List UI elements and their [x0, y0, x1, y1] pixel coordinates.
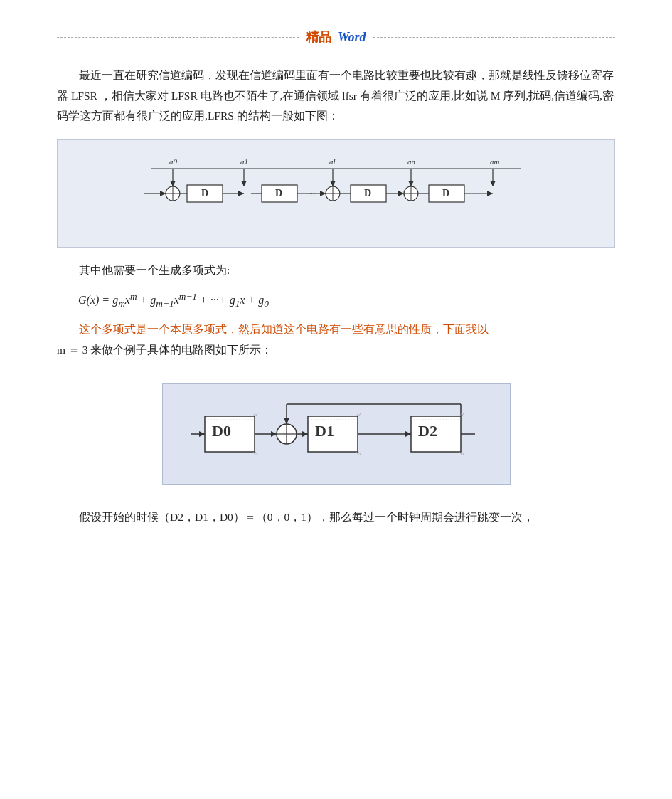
- svg-marker-35: [238, 191, 244, 196]
- diagram-lfsr-general: a0 a1 al an am: [57, 139, 615, 248]
- svg-text:···: ···: [308, 189, 316, 199]
- header-prefix: 精品: [306, 30, 331, 44]
- paragraph-1: 最近一直在研究信道编码，发现在信道编码里面有一个电路比较重要也比较有趣，那就是线…: [57, 65, 615, 127]
- svg-marker-6: [241, 181, 247, 186]
- svg-marker-9: [330, 181, 336, 186]
- svg-marker-12: [408, 181, 414, 186]
- svg-marker-63: [271, 431, 277, 437]
- svg-text:D: D: [442, 188, 449, 199]
- paragraph-3-rest: m ＝ 3 来做个例子具体的电路图如下所示：: [57, 344, 272, 356]
- header-line-right: [373, 37, 615, 38]
- paragraph-3: 这个多项式是一个本原多项式，然后知道这个电路有一些有意思的性质，下面我以 m ＝…: [57, 319, 615, 360]
- header-line-left: [57, 37, 299, 38]
- svg-marker-61: [199, 431, 205, 437]
- page: 精品 Word 最近一直在研究信道编码，发现在信道编码里面有一个电路比较重要也比…: [0, 0, 672, 799]
- svg-marker-44: [487, 191, 493, 196]
- paragraph-2-label: 其中他需要一个生成多项式为:: [57, 260, 615, 281]
- svg-marker-38: [320, 191, 326, 196]
- svg-marker-72: [284, 418, 289, 424]
- svg-text:am: am: [490, 157, 500, 166]
- svg-marker-3: [170, 181, 176, 186]
- formula-container: G(x) = gmxm + gm−1xm−1 + ···+ g1x + g0: [78, 291, 615, 310]
- svg-marker-15: [490, 181, 496, 186]
- svg-text:a0: a0: [169, 157, 178, 166]
- lfsr-m3-svg: D0 D1 D2: [191, 398, 482, 470]
- svg-text:al: al: [329, 157, 336, 166]
- diagram-lfsr-m3: D0 D1 D2: [162, 383, 511, 485]
- svg-text:D1: D1: [315, 422, 334, 440]
- svg-text:a1: a1: [240, 157, 248, 166]
- svg-text:D: D: [275, 188, 282, 199]
- svg-text:D0: D0: [212, 422, 231, 440]
- svg-text:D2: D2: [418, 422, 437, 440]
- svg-marker-67: [405, 431, 411, 437]
- header: 精品 Word: [57, 28, 615, 46]
- svg-marker-65: [302, 431, 308, 437]
- svg-marker-46: [160, 191, 166, 196]
- header-word: Word: [338, 30, 366, 44]
- svg-text:D: D: [201, 188, 208, 199]
- svg-marker-41: [398, 191, 404, 196]
- lfsr-diagram-svg: a0 a1 al an am: [130, 154, 543, 233]
- svg-text:an: an: [407, 157, 416, 166]
- paragraph-4: 假设开始的时候（D2，D1，D0）＝（0，0，1），那么每过一个时钟周期会进行跳…: [57, 507, 615, 528]
- header-title: 精品 Word: [299, 28, 373, 46]
- svg-text:D: D: [364, 188, 371, 199]
- paragraph-3-orange: 这个多项式是一个本原多项式，然后知道这个电路有一些有意思的性质，下面我以: [79, 323, 489, 335]
- formula-text: G(x) = gmxm + gm−1xm−1 + ···+ g1x + g0: [78, 294, 269, 306]
- p2-label-text: 其中他需要一个生成多项式为:: [79, 264, 230, 276]
